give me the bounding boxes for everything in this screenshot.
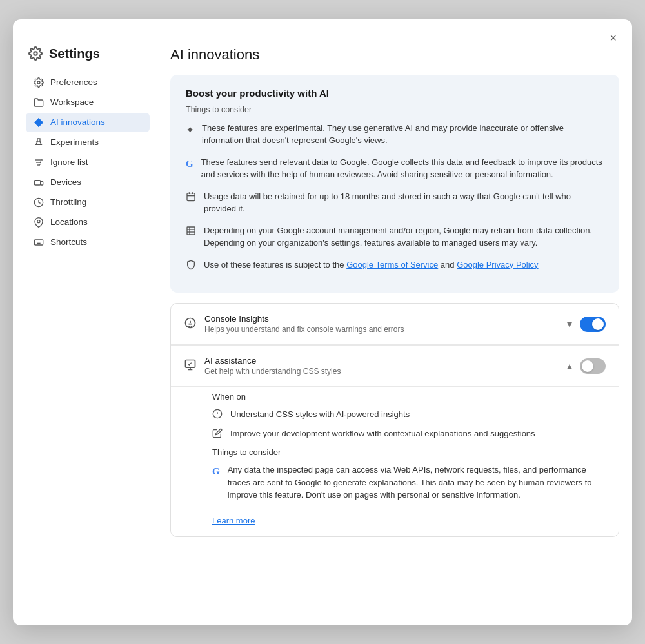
expanded-text-data-warning: Any data the inspected page can access v… (228, 463, 606, 502)
ai-assistance-text: AI assistance Get help with understandin… (204, 356, 567, 376)
console-insights-desc: Helps you understand and fix console war… (204, 325, 567, 334)
feature-cards: Console Insights Helps you understand an… (170, 303, 619, 537)
keyboard-icon (34, 237, 44, 248)
sparkle-icon: ✦ (186, 122, 194, 138)
sidebar: Settings Preferences Workspace AI innova… (26, 46, 155, 612)
info-text-retention: Usage data will be retained for up to 18… (204, 190, 604, 215)
expanded-text-workflow: Improve your development workflow with c… (230, 427, 535, 440)
google-icon: G (186, 157, 194, 171)
ai-assistance-icon (184, 358, 204, 374)
console-insights-icon (184, 317, 204, 332)
close-button[interactable]: × (607, 30, 619, 46)
svg-rect-18 (187, 193, 195, 200)
info-icon (212, 409, 223, 419)
sidebar-item-throttling[interactable]: Throttling (26, 193, 150, 212)
sidebar-heading: Settings (49, 46, 100, 61)
sidebar-item-shortcuts[interactable]: Shortcuts (26, 233, 150, 252)
info-card: Boost your productivity with AI Things t… (170, 75, 619, 293)
svg-rect-12 (34, 240, 43, 245)
info-item-google-data: G These features send relevant data to G… (186, 156, 604, 181)
folder-icon (34, 97, 44, 108)
sidebar-item-locations[interactable]: Locations (26, 213, 150, 232)
tos-link[interactable]: Google Terms of Service (346, 260, 438, 269)
info-card-title: Boost your productivity with AI (186, 88, 604, 99)
ai-assistance-toggle[interactable] (580, 358, 606, 374)
info-text-google-data: These features send relevant data to Goo… (201, 156, 604, 181)
sidebar-label-throttling: Throttling (50, 197, 86, 207)
title-bar: × (13, 19, 632, 46)
console-insights-chevron: ▾ (567, 318, 572, 330)
sidebar-item-preferences[interactable]: Preferences (26, 73, 150, 92)
console-insights-title: Console Insights (204, 314, 567, 324)
sidebar-item-devices[interactable]: Devices (26, 173, 150, 192)
ai-assistance-chevron: ▴ (567, 360, 572, 372)
privacy-link[interactable]: Google Privacy Policy (457, 260, 538, 269)
calendar-icon (186, 191, 196, 202)
ai-assistance-expanded: When on Understand CSS styles with AI-po… (171, 392, 619, 536)
sidebar-item-ignore-list[interactable]: Ignore list (26, 153, 150, 172)
info-text-experimental: These features are experimental. They us… (202, 122, 604, 147)
when-on-label: When on (212, 392, 606, 402)
sidebar-label-locations: Locations (50, 217, 88, 227)
shield-icon (186, 260, 196, 270)
expanded-item-workflow: Improve your development workflow with c… (212, 427, 606, 440)
edit-icon (212, 428, 223, 438)
sidebar-item-experiments[interactable]: Experiments (26, 133, 150, 152)
info-card-subtitle: Things to consider (186, 105, 604, 114)
settings-window: × Settings Preferences Workspace (13, 19, 632, 625)
svg-rect-22 (187, 227, 195, 235)
diamond-icon (34, 117, 44, 128)
ai-assistance-row[interactable]: AI assistance Get help with understandin… (171, 346, 619, 387)
svg-point-1 (37, 81, 40, 84)
console-insights-row[interactable]: Console Insights Helps you understand an… (171, 304, 619, 345)
svg-rect-9 (41, 181, 43, 184)
flask-icon (34, 137, 44, 148)
svg-point-11 (37, 220, 40, 222)
expanded-item-css: Understand CSS styles with AI-powered in… (212, 408, 606, 421)
google-icon-2: G (212, 464, 220, 479)
gear-icon (34, 77, 44, 88)
svg-point-0 (34, 52, 37, 55)
things-to-consider-label: Things to consider (212, 447, 606, 457)
sidebar-label-devices: Devices (50, 177, 81, 187)
expanded-text-css: Understand CSS styles with AI-powered in… (230, 408, 410, 421)
sidebar-label-shortcuts: Shortcuts (50, 237, 87, 247)
devices-icon (34, 177, 44, 188)
learn-more-link[interactable]: Learn more (212, 516, 255, 525)
sidebar-item-ai-innovations[interactable]: AI innovations (26, 113, 150, 132)
svg-rect-8 (34, 180, 40, 184)
info-item-tos: Use of these features is subject to the … (186, 259, 604, 271)
console-insights-toggle[interactable] (580, 317, 606, 332)
info-item-account: Depending on your Google account managem… (186, 224, 604, 249)
svg-marker-2 (34, 118, 43, 126)
ai-assistance-title: AI assistance (204, 356, 567, 366)
info-text-account: Depending on your Google account managem… (204, 224, 604, 249)
sidebar-title: Settings (26, 46, 150, 61)
toggle-thumb (592, 318, 604, 330)
throttle-icon (34, 197, 44, 208)
page-title: AI innovations (170, 46, 619, 63)
sidebar-label-ignore-list: Ignore list (50, 157, 88, 167)
sidebar-item-workspace[interactable]: Workspace (26, 93, 150, 112)
content-area: AI innovations Boost your productivity w… (155, 46, 619, 612)
info-item-experimental: ✦ These features are experimental. They … (186, 122, 604, 147)
table-icon (186, 226, 196, 236)
main-layout: Settings Preferences Workspace AI innova… (13, 46, 632, 625)
settings-icon (28, 46, 43, 61)
sidebar-label-workspace: Workspace (50, 97, 94, 107)
sidebar-label-ai-innovations: AI innovations (50, 117, 105, 127)
location-icon (34, 217, 44, 228)
sidebar-label-experiments: Experiments (50, 137, 99, 147)
ai-assistance-desc: Get help with understanding CSS styles (204, 367, 567, 376)
filter-icon (34, 157, 44, 168)
info-text-tos: Use of these features is subject to the … (204, 259, 539, 271)
info-item-retention: Usage data will be retained for up to 18… (186, 190, 604, 215)
toggle-thumb-2 (582, 360, 593, 372)
expanded-item-data-warning: G Any data the inspected page can access… (212, 463, 606, 502)
console-insights-text: Console Insights Helps you understand an… (204, 314, 567, 334)
sidebar-label-preferences: Preferences (50, 77, 97, 87)
